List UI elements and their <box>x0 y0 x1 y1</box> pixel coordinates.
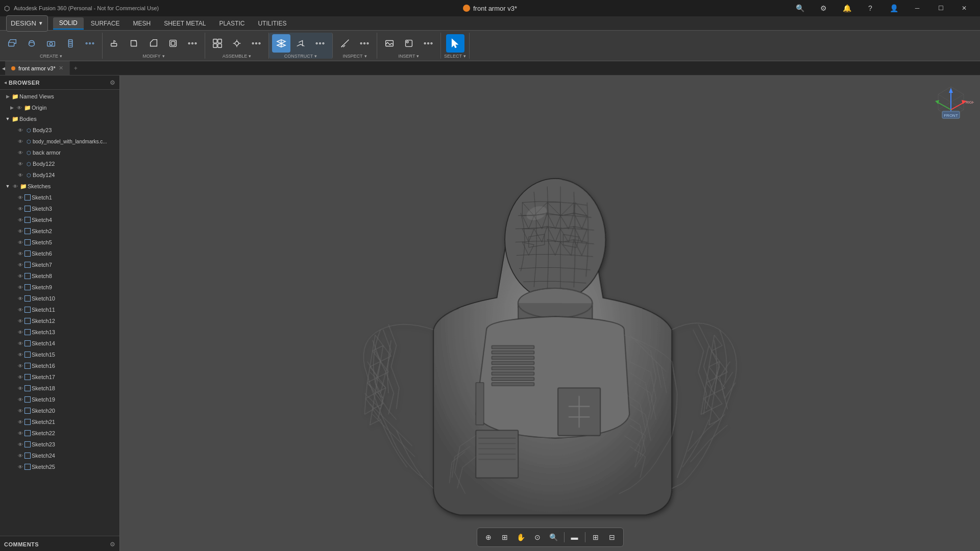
window-settings-btn[interactable]: ⚙ <box>812 0 835 16</box>
create-more-btn[interactable] <box>81 34 99 53</box>
body-model-eye-icon[interactable]: 👁 <box>16 137 24 145</box>
tree-item-body124[interactable]: 👁 ⬡ Body124 <box>0 169 119 181</box>
tree-item-sketch13[interactable]: 👁 Sketch13 <box>0 327 119 338</box>
tree-item-sketch4[interactable]: 👁 Sketch4 <box>0 214 119 226</box>
create-thread-btn[interactable] <box>61 34 80 53</box>
tab-sheet-metal[interactable]: SHEET METAL <box>158 18 212 29</box>
sketch20-eye-icon[interactable]: 👁 <box>16 407 24 415</box>
window-minimize-btn[interactable]: ─ <box>905 0 929 16</box>
assemble-more-btn[interactable] <box>247 34 265 53</box>
tree-item-sketch1[interactable]: 👁 Sketch1 <box>0 192 119 203</box>
tree-item-sketch5[interactable]: 👁 Sketch5 <box>0 237 119 248</box>
body122-eye-icon[interactable]: 👁 <box>16 160 24 168</box>
construct-offset-plane-btn[interactable] <box>272 34 290 53</box>
sketch7-eye-icon[interactable]: 👁 <box>16 261 24 269</box>
tree-item-sketch18[interactable]: 👁 Sketch18 <box>0 383 119 394</box>
window-close-btn[interactable]: ✕ <box>952 0 976 16</box>
modify-shell-btn[interactable] <box>164 34 182 53</box>
insert-more-btn[interactable] <box>419 34 437 53</box>
sketch8-eye-icon[interactable]: 👁 <box>16 272 24 280</box>
doc-tab-front-armor[interactable]: front armor v3* ✕ <box>5 61 70 75</box>
comments-settings-icon[interactable]: ⚙ <box>110 541 115 548</box>
modify-label[interactable]: MODIFY ▾ <box>143 54 165 59</box>
tree-item-sketch11[interactable]: 👁 Sketch11 <box>0 304 119 315</box>
sketch5-eye-icon[interactable]: 👁 <box>16 238 24 246</box>
assemble-new-component-btn[interactable] <box>208 34 227 53</box>
body23-eye-icon[interactable]: 👁 <box>16 126 24 134</box>
assemble-label[interactable]: ASSEMBLE ▾ <box>223 54 252 59</box>
tree-item-sketch7[interactable]: 👁 Sketch7 <box>0 259 119 270</box>
tab-plastic[interactable]: PLASTIC <box>213 18 251 29</box>
tree-item-named-views[interactable]: ▶ 📁 Named Views <box>0 91 119 102</box>
sketch16-eye-icon[interactable]: 👁 <box>16 362 24 370</box>
tree-item-body23[interactable]: 👁 ⬡ Body23 <box>0 124 119 136</box>
tree-item-sketch6[interactable]: 👁 Sketch6 <box>0 248 119 259</box>
viewport-more-btn[interactable]: ⊟ <box>605 530 619 544</box>
sketch18-eye-icon[interactable]: 👁 <box>16 384 24 392</box>
tree-item-back-armor[interactable]: 👁 ⬡ back armor <box>0 147 119 158</box>
sketch15-eye-icon[interactable]: 👁 <box>16 350 24 359</box>
tree-item-sketch2[interactable]: 👁 Sketch2 <box>0 226 119 237</box>
sketch12-eye-icon[interactable]: 👁 <box>16 317 24 325</box>
tree-item-sketch24[interactable]: 👁 Sketch24 <box>0 450 119 461</box>
window-help-btn[interactable]: ? <box>859 0 882 16</box>
viewport-pan-btn[interactable]: ✋ <box>514 530 528 544</box>
tree-item-sketch14[interactable]: 👁 Sketch14 <box>0 338 119 349</box>
tree-item-sketch10[interactable]: 👁 Sketch10 <box>0 293 119 304</box>
insert-canvas-btn[interactable] <box>380 34 399 53</box>
sketch19-eye-icon[interactable]: 👁 <box>16 395 24 404</box>
tree-item-sketch9[interactable]: 👁 Sketch9 <box>0 282 119 293</box>
sketches-expand-icon[interactable]: ▼ <box>4 183 11 190</box>
tab-mesh[interactable]: MESH <box>127 18 157 29</box>
tree-item-body122[interactable]: 👁 ⬡ Body122 <box>0 158 119 169</box>
viewport-gizmo[interactable]: FRONT RIGHT <box>928 82 974 122</box>
tree-item-sketch25[interactable]: 👁 Sketch25 <box>0 461 119 472</box>
select-btn[interactable] <box>446 34 464 53</box>
construct-label[interactable]: CONSTRUCT ▾ <box>284 54 317 59</box>
viewport-grid-btn[interactable]: ⊞ <box>498 530 512 544</box>
sketch4-eye-icon[interactable]: 👁 <box>16 216 24 224</box>
sketch14-eye-icon[interactable]: 👁 <box>16 339 24 347</box>
sketches-eye-icon[interactable]: 👁 <box>11 182 19 190</box>
tab-solid[interactable]: SOLID <box>53 17 84 30</box>
back-armor-eye-icon[interactable]: 👁 <box>16 148 24 157</box>
modify-fillet-btn[interactable] <box>125 34 143 53</box>
body124-eye-icon[interactable]: 👁 <box>16 171 24 179</box>
inspect-measure-btn[interactable] <box>336 34 354 53</box>
tree-item-sketch22[interactable]: 👁 Sketch22 <box>0 428 119 439</box>
create-label[interactable]: CREATE ▾ <box>40 54 62 59</box>
modify-chamfer-btn[interactable] <box>144 34 163 53</box>
window-account-btn[interactable]: 👤 <box>882 0 905 16</box>
modify-press-pull-btn[interactable] <box>106 34 124 53</box>
construct-more-btn[interactable] <box>311 34 329 53</box>
viewport-view-cube-btn[interactable]: ⊞ <box>589 530 603 544</box>
doc-tab-close-btn[interactable]: ✕ <box>59 65 63 71</box>
sketch3-eye-icon[interactable]: 👁 <box>16 205 24 213</box>
browser-collapse-icon[interactable]: ◂ <box>4 80 7 85</box>
sketch6-eye-icon[interactable]: 👁 <box>16 249 24 258</box>
sketch22-eye-icon[interactable]: 👁 <box>16 429 24 437</box>
viewport-orbit-btn[interactable]: ⊙ <box>530 530 545 544</box>
create-revolve-btn[interactable] <box>22 34 41 53</box>
sketch11-eye-icon[interactable]: 👁 <box>16 306 24 314</box>
insert-decal-btn[interactable] <box>400 34 418 53</box>
tree-item-sketch16[interactable]: 👁 Sketch16 <box>0 360 119 371</box>
window-maximize-btn[interactable]: ☐ <box>929 0 952 16</box>
sketch23-eye-icon[interactable]: 👁 <box>16 440 24 448</box>
inspect-label[interactable]: INSPECT ▾ <box>342 54 366 59</box>
new-tab-btn[interactable]: + <box>70 63 82 74</box>
sketch10-eye-icon[interactable]: 👁 <box>16 294 24 303</box>
construct-plane-at-angle-btn[interactable] <box>291 34 310 53</box>
sketch24-eye-icon[interactable]: 👁 <box>16 452 24 460</box>
inspect-more-btn[interactable] <box>355 34 374 53</box>
tree-item-sketch3[interactable]: 👁 Sketch3 <box>0 203 119 214</box>
tree-item-sketch12[interactable]: 👁 Sketch12 <box>0 315 119 327</box>
create-hole-btn[interactable] <box>42 34 60 53</box>
tree-item-sketch15[interactable]: 👁 Sketch15 <box>0 349 119 360</box>
viewport-shading-btn[interactable]: ▬ <box>568 530 582 544</box>
tree-item-origin[interactable]: ▶ 👁 📁 Origin <box>0 102 119 113</box>
modify-more-btn[interactable] <box>183 34 202 53</box>
sketch9-eye-icon[interactable]: 👁 <box>16 283 24 291</box>
sketch21-eye-icon[interactable]: 👁 <box>16 418 24 426</box>
window-search-btn[interactable]: 🔍 <box>788 0 812 16</box>
